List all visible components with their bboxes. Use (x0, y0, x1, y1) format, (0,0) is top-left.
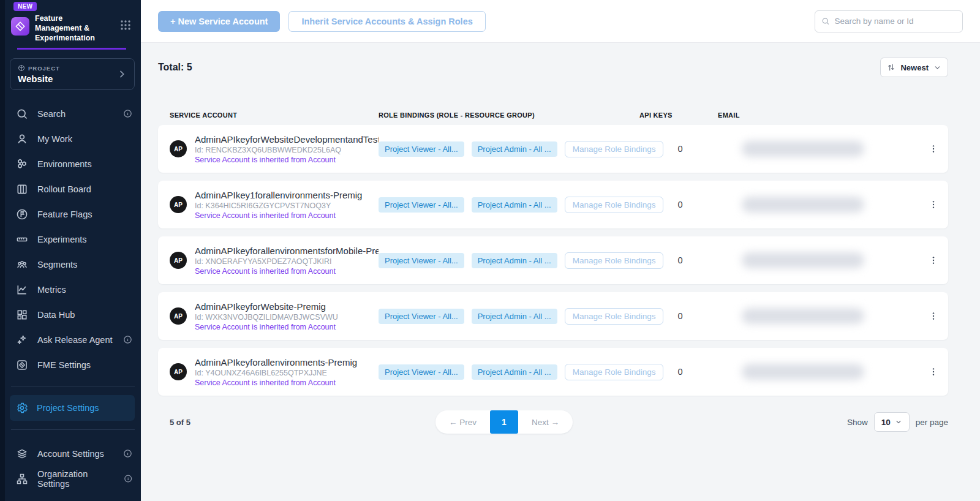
sort-value: Newest (900, 63, 929, 72)
sidebar-item-metrics[interactable]: Metrics (5, 277, 141, 302)
manage-role-bindings-button[interactable]: Manage Role Bindings (565, 141, 664, 157)
kebab-menu-icon[interactable] (919, 311, 948, 321)
sidebar-item-ask-release-agent[interactable]: Ask Release Agent (5, 327, 141, 352)
page-size-value: 10 (881, 418, 891, 427)
column-header-email: EMAIL (718, 111, 919, 119)
inherited-link[interactable]: Service Account is inherited from Accoun… (195, 156, 379, 164)
api-keys-count: 0 (663, 144, 742, 154)
role-badge: Project Admin - All ... (472, 253, 557, 268)
role-badge: Project Admin - All ... (472, 309, 557, 324)
manage-role-bindings-button[interactable]: Manage Role Bindings (565, 197, 664, 213)
nav-label: Segments (37, 260, 77, 269)
sidebar-item-rollout-board[interactable]: Rollout Board (5, 176, 141, 202)
sidebar-item-segments[interactable]: Segments (5, 252, 141, 277)
new-service-account-button[interactable]: + New Service Account (158, 11, 280, 32)
sidebar: NEW Feature Management & Experimentation (0, 0, 141, 501)
service-account-name: AdminAPIkeyforallenvironments-Premig (195, 357, 379, 367)
content-area: Total: 5 Newest SERVICE ACCOUNT ROLE BIN… (141, 43, 980, 434)
divider (11, 386, 135, 386)
email-redacted (742, 197, 864, 213)
kebab-menu-icon[interactable] (919, 255, 948, 265)
grid-squares-icon (16, 309, 28, 321)
page-size-select[interactable]: 10 (874, 412, 910, 432)
nav-label: Data Hub (37, 310, 75, 320)
user-icon (16, 133, 28, 145)
sidebar-edge-strip (0, 0, 5, 501)
next-page-button[interactable]: Next → (518, 410, 573, 434)
search-field[interactable] (815, 10, 963, 32)
cube-icon (18, 64, 25, 72)
brand-underline (17, 48, 126, 50)
sort-dropdown[interactable]: Newest (880, 58, 948, 77)
nav-label: My Work (37, 134, 72, 144)
inherited-link[interactable]: Service Account is inherited from Accoun… (195, 211, 379, 220)
chevron-down-icon (895, 418, 902, 426)
hexagons-icon (16, 158, 28, 170)
sidebar-item-fme-settings[interactable]: FME Settings (5, 352, 141, 377)
role-badge: Project Admin - All ... (472, 197, 557, 213)
product-logo-block: NEW Feature Management & Experimentation (5, 0, 141, 50)
sidebar-item-organization-settings[interactable]: Organization Settings (5, 466, 141, 491)
api-keys-count: 0 (663, 200, 742, 209)
api-keys-count: 0 (663, 311, 742, 321)
avatar: AP (170, 252, 187, 269)
nav-label: FME Settings (37, 360, 91, 370)
manage-role-bindings-button[interactable]: Manage Role Bindings (565, 308, 664, 325)
inherited-link[interactable]: Service Account is inherited from Accoun… (195, 267, 379, 276)
sidebar-item-experiments[interactable]: Experiments (5, 227, 141, 252)
info-icon[interactable] (124, 474, 132, 483)
kebab-menu-icon[interactable] (919, 200, 948, 209)
results-count: 5 of 5 (158, 418, 367, 427)
prev-page-button[interactable]: ← Prev (435, 410, 490, 434)
search-input[interactable] (835, 17, 956, 26)
sidebar-item-project-settings[interactable]: Project Settings (10, 395, 135, 421)
chevron-right-icon (117, 69, 127, 79)
inherit-service-accounts-button[interactable]: Inherit Service Accounts & Assign Roles (288, 11, 485, 32)
current-page-button[interactable]: 1 (490, 410, 518, 434)
service-account-name: AdminAPIkeyforWebsite-Premig (195, 301, 379, 312)
avatar: AP (170, 307, 187, 325)
project-switcher[interactable]: PROJECT Website (10, 58, 135, 90)
inherited-link[interactable]: Service Account is inherited from Accoun… (195, 323, 379, 331)
info-icon[interactable] (123, 449, 132, 458)
nav-label: Organization Settings (37, 469, 119, 489)
manage-role-bindings-button[interactable]: Manage Role Bindings (565, 252, 664, 269)
apps-grid-icon[interactable] (120, 20, 131, 31)
role-badge: Project Viewer - All... (379, 253, 464, 268)
role-badge: Project Viewer - All... (379, 197, 464, 213)
service-account-name: AdminAPIkeyforWebsiteDevelopmentandTesti… (195, 134, 379, 145)
table-row: AP AdminAPIkeyforallenvironments-Premig … (158, 348, 948, 396)
kebab-menu-icon[interactable] (919, 367, 948, 377)
inherited-link[interactable]: Service Account is inherited from Accoun… (195, 379, 379, 387)
search-icon (16, 108, 28, 120)
sidebar-item-feature-flags[interactable]: Feature Flags (5, 202, 141, 227)
sidebar-item-search[interactable]: Search (5, 101, 141, 126)
email-redacted (742, 308, 864, 324)
pager: ← Prev 1 Next → (435, 410, 573, 434)
sidebar-item-environments[interactable]: Environments (5, 151, 141, 176)
service-account-name: AdminAPIkey1forallenvironments-Premig (195, 190, 379, 200)
role-badge: Project Admin - All ... (472, 364, 557, 380)
sidebar-item-my-work[interactable]: My Work (5, 126, 141, 151)
info-icon[interactable] (123, 335, 132, 344)
board-icon (16, 183, 28, 195)
chevron-down-icon (933, 64, 941, 72)
role-badge: Project Viewer - All... (379, 364, 464, 380)
avatar: AP (170, 140, 187, 157)
info-icon[interactable] (123, 109, 132, 118)
avatar: AP (170, 363, 187, 380)
manage-role-bindings-button[interactable]: Manage Role Bindings (565, 364, 664, 380)
sidebar-item-account-settings[interactable]: Account Settings (5, 441, 141, 466)
kebab-menu-icon[interactable] (919, 144, 948, 154)
column-header-service-account: SERVICE ACCOUNT (158, 111, 379, 119)
email-redacted (742, 252, 864, 268)
role-badge: Project Admin - All ... (472, 141, 557, 157)
sidebar-item-data-hub[interactable]: Data Hub (5, 302, 141, 327)
api-keys-count: 0 (663, 367, 742, 377)
divider (11, 429, 135, 430)
project-name: Website (18, 73, 117, 84)
flag-icon (16, 208, 28, 220)
table-row: AP AdminAPIkeyforWebsite-Premig Id: WXK3… (158, 292, 948, 340)
layers-icon (16, 448, 28, 460)
ruler-icon (16, 233, 28, 246)
